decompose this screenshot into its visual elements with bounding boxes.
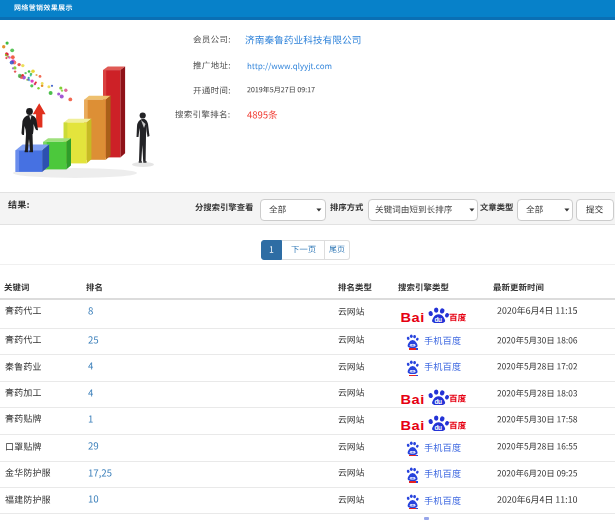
svg-text:Bai: Bai bbox=[401, 393, 425, 405]
svg-text:Bai: Bai bbox=[401, 311, 425, 323]
svg-text:du: du bbox=[434, 315, 442, 322]
svg-text:Bai: Bai bbox=[401, 419, 425, 431]
svg-text:du: du bbox=[434, 423, 442, 430]
svg-text:du: du bbox=[434, 397, 442, 404]
